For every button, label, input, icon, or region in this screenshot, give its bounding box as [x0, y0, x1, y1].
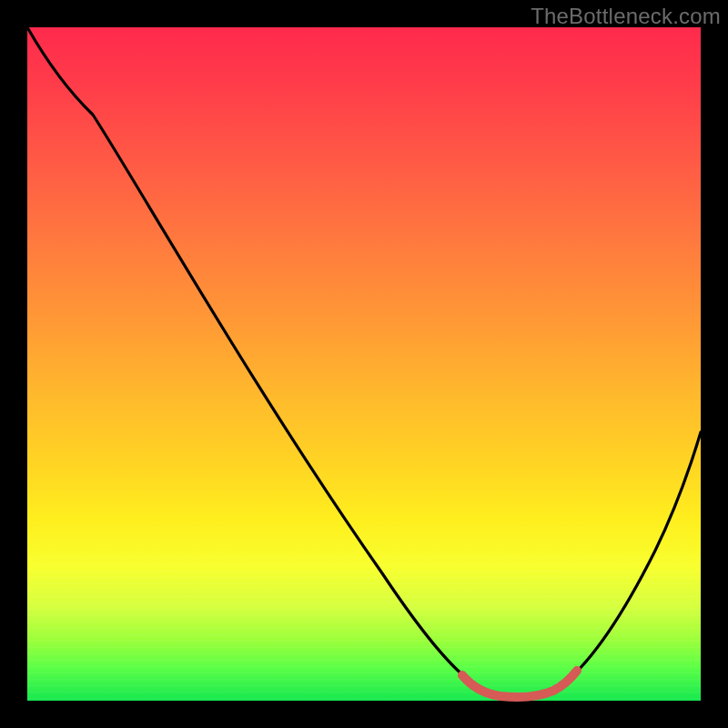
bottleneck-curve: [27, 27, 701, 696]
gradient-plot-area: [27, 27, 701, 701]
chart-frame: TheBottleneck.com: [0, 0, 728, 728]
optimal-range-highlight: [462, 671, 577, 697]
watermark-text: TheBottleneck.com: [531, 4, 721, 29]
curve-layer: [27, 27, 701, 701]
